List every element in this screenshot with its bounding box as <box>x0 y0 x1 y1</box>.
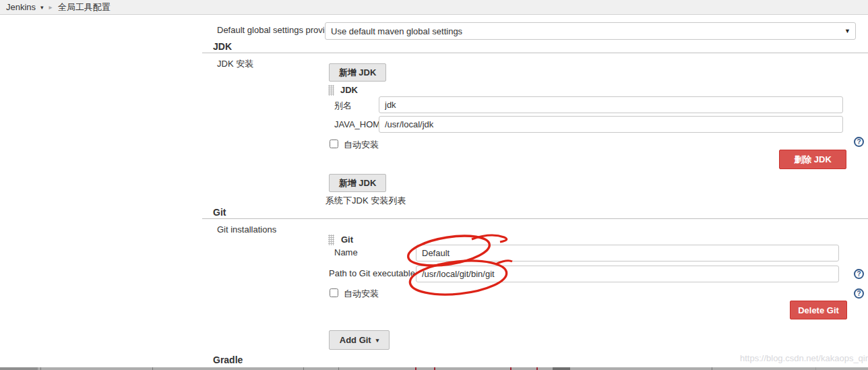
strip-segment <box>815 367 816 370</box>
jdk-item-header: JDK <box>340 85 358 95</box>
git-path-input[interactable] <box>416 266 839 282</box>
add-jdk-button-secondary[interactable]: 新增 JDK <box>329 174 386 192</box>
git-auto-install-label: 自动安装 <box>344 288 379 300</box>
git-path-label: Path to Git executable <box>329 268 415 278</box>
drag-handle-icon[interactable] <box>328 85 334 96</box>
strip-segment <box>510 367 512 370</box>
strip-segment <box>553 367 570 370</box>
jdk-list-caption: 系统下JDK 安装列表 <box>326 195 406 207</box>
strip-segment <box>712 367 712 370</box>
git-item-header: Git <box>341 235 353 245</box>
git-name-input[interactable] <box>416 245 839 261</box>
section-divider <box>202 53 868 53</box>
jenkins-global-tool-configuration-page: Jenkins ▾ ▸ 全局工具配置 Default global settin… <box>0 0 868 370</box>
global-settings-provider-select[interactable]: Use default maven global settings ▼ <box>325 22 856 40</box>
help-icon[interactable]: ? <box>854 288 864 299</box>
git-section-title: Git <box>213 207 226 218</box>
jdk-auto-install-label: 自动安装 <box>344 139 379 151</box>
jdk-alias-input[interactable] <box>379 96 843 113</box>
jdk-auto-install-checkbox[interactable] <box>330 140 338 148</box>
add-jdk-button[interactable]: 新增 JDK <box>329 63 386 82</box>
jdk-alias-label: 别名 <box>334 100 352 112</box>
strip-segment <box>303 367 304 370</box>
delete-jdk-button[interactable]: 删除 JDK <box>779 150 846 169</box>
watermark: https://blog.csdn.net/kakaops_qing <box>740 353 868 363</box>
strip-segment <box>415 367 416 370</box>
strip-segment <box>434 367 435 370</box>
strip-segment <box>152 367 153 370</box>
strip-segment <box>40 367 41 370</box>
add-git-button[interactable]: Add Git ▾ <box>329 330 390 350</box>
strip-segment <box>338 367 339 370</box>
strip-segment <box>0 367 38 370</box>
section-divider <box>202 218 868 219</box>
add-git-button-label: Add Git <box>340 335 371 345</box>
java-home-input[interactable] <box>379 116 843 133</box>
jdk-section-title: JDK <box>213 41 232 52</box>
help-icon[interactable]: ? <box>854 269 864 279</box>
breadcrumb-page-title[interactable]: 全局工具配置 <box>58 1 111 13</box>
caret-down-icon: ▾ <box>376 337 379 344</box>
bottom-cutoff-strip <box>0 367 868 370</box>
git-installations-label: Git installations <box>217 224 276 235</box>
gradle-section-title: Gradle <box>213 354 243 365</box>
strip-segment <box>536 367 538 370</box>
drag-handle-icon[interactable] <box>328 235 334 245</box>
red-annotation-overlay <box>0 0 868 370</box>
chevron-down-icon[interactable]: ▾ <box>40 4 44 11</box>
breadcrumb-jenkins-link[interactable]: Jenkins <box>6 2 36 12</box>
delete-git-button[interactable]: Delete Git <box>790 301 847 319</box>
help-icon[interactable]: ? <box>854 137 864 147</box>
red-circle-annotation-tail <box>472 235 507 242</box>
git-name-label: Name <box>334 247 358 257</box>
select-caret-icon: ▼ <box>844 28 850 34</box>
breadcrumb: Jenkins ▾ ▸ 全局工具配置 <box>0 0 868 15</box>
global-settings-provider-label: Default global settings provider <box>217 25 338 35</box>
breadcrumb-separator-icon: ▸ <box>49 3 53 11</box>
git-auto-install-checkbox[interactable] <box>330 288 338 297</box>
global-settings-provider-selected-value: Use default maven global settings <box>331 26 462 36</box>
jdk-installations-label: JDK 安装 <box>217 58 253 70</box>
